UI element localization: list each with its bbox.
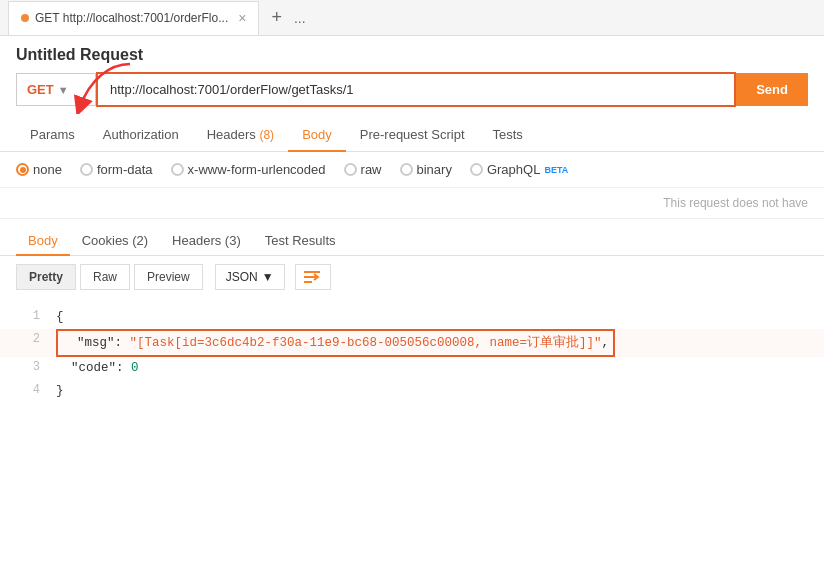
more-tabs-button[interactable]: ... <box>290 10 310 26</box>
tab-body[interactable]: Body <box>288 119 346 152</box>
json-line-4: 4 } <box>0 380 824 403</box>
active-tab[interactable]: GET http://localhost:7001/orderFlo... × <box>8 1 259 35</box>
radio-form-data <box>80 163 93 176</box>
body-binary-option[interactable]: binary <box>400 162 452 177</box>
tab-pre-request-script[interactable]: Pre-request Script <box>346 119 479 152</box>
body-form-data-option[interactable]: form-data <box>80 162 153 177</box>
request-title: Untitled Request <box>0 36 824 72</box>
chevron-down-icon: ▼ <box>58 84 69 96</box>
graphql-beta-badge: BETA <box>544 165 568 175</box>
response-toolbar: Pretty Raw Preview JSON ▼ <box>0 256 824 298</box>
body-options: none form-data x-www-form-urlencoded raw… <box>0 152 824 188</box>
chevron-down-icon: ▼ <box>262 270 274 284</box>
json-line-3: 3 "code": 0 <box>0 357 824 380</box>
tab-authorization[interactable]: Authorization <box>89 119 193 152</box>
raw-button[interactable]: Raw <box>80 264 130 290</box>
method-select[interactable]: GET ▼ <box>16 73 96 106</box>
send-button[interactable]: Send <box>736 73 808 106</box>
preview-button[interactable]: Preview <box>134 264 203 290</box>
url-input[interactable] <box>98 74 734 105</box>
radio-binary <box>400 163 413 176</box>
tab-close-icon[interactable]: × <box>238 10 246 26</box>
response-tabs: Body Cookies (2) Headers (3) Test Result… <box>0 219 824 256</box>
wrap-icon <box>304 270 322 284</box>
add-tab-button[interactable]: + <box>263 7 290 28</box>
response-tab-headers[interactable]: Headers (3) <box>160 227 253 256</box>
response-tab-test-results[interactable]: Test Results <box>253 227 348 256</box>
json-output: 1 { 2 "msg": "[Task[id=3c6dc4b2-f30a-11e… <box>0 298 824 410</box>
tab-tests[interactable]: Tests <box>479 119 537 152</box>
body-urlencoded-option[interactable]: x-www-form-urlencoded <box>171 162 326 177</box>
pretty-button[interactable]: Pretty <box>16 264 76 290</box>
response-tab-cookies[interactable]: Cookies (2) <box>70 227 160 256</box>
line-content: } <box>56 380 64 403</box>
nav-tabs: Params Authorization Headers (8) Body Pr… <box>0 119 824 152</box>
tab-headers[interactable]: Headers (8) <box>193 119 288 152</box>
line-number: 2 <box>16 329 40 351</box>
radio-raw <box>344 163 357 176</box>
radio-none <box>16 163 29 176</box>
body-raw-option[interactable]: raw <box>344 162 382 177</box>
format-select[interactable]: JSON ▼ <box>215 264 285 290</box>
line-number: 1 <box>16 306 40 328</box>
json-line-2: 2 "msg": "[Task[id=3c6dc4b2-f30a-11e9-bc… <box>0 329 824 358</box>
line-number: 3 <box>16 357 40 379</box>
method-label: GET <box>27 82 54 97</box>
url-bar: GET ▼ Send <box>0 72 824 119</box>
no-body-message: This request does not have <box>0 188 824 219</box>
wrap-button[interactable] <box>295 264 331 290</box>
line-content: "code": 0 <box>56 357 139 380</box>
tab-bar: GET http://localhost:7001/orderFlo... × … <box>0 0 824 36</box>
tab-dot <box>21 14 29 22</box>
url-input-wrapper <box>96 72 736 107</box>
line-content: "msg": "[Task[id=3c6dc4b2-f30a-11e9-bc68… <box>56 329 615 358</box>
body-none-option[interactable]: none <box>16 162 62 177</box>
headers-badge: (8) <box>259 128 274 142</box>
json-line-1: 1 { <box>0 306 824 329</box>
tab-params[interactable]: Params <box>16 119 89 152</box>
response-tab-body[interactable]: Body <box>16 227 70 256</box>
line-number: 4 <box>16 380 40 402</box>
line-content: { <box>56 306 64 329</box>
radio-urlencoded <box>171 163 184 176</box>
body-graphql-option[interactable]: GraphQL BETA <box>470 162 568 177</box>
radio-graphql <box>470 163 483 176</box>
tab-label: GET http://localhost:7001/orderFlo... <box>35 11 228 25</box>
